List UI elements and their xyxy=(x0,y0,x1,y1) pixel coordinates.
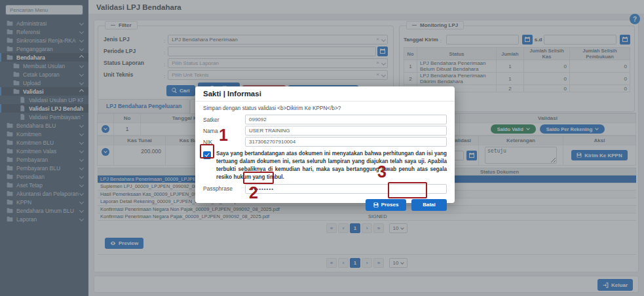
batal-button-label: Batal xyxy=(423,202,436,208)
satker-input[interactable] xyxy=(245,115,447,124)
satker-label: Satker xyxy=(203,117,245,123)
proses-button[interactable]: Proses xyxy=(366,199,406,211)
agreement-checkbox[interactable] xyxy=(203,151,211,159)
modal-title: Sakti | Informasi xyxy=(203,90,447,98)
batal-button[interactable]: Batal xyxy=(411,199,447,211)
nik-input[interactable] xyxy=(245,137,447,147)
nik-label: NIK xyxy=(203,139,245,145)
modal-dialog: Sakti | Informasi Simpan dengan status v… xyxy=(195,86,455,203)
nama-label: Nama xyxy=(203,128,245,134)
app-window: Administrasi Referensi Sinkronisasi Renj… xyxy=(0,0,644,296)
passphrase-label: Passphrase xyxy=(203,185,245,192)
modal-footer: Proses Batal xyxy=(195,195,455,215)
agreement-statement: Saya yang bertandatangan atas dokumen in… xyxy=(216,150,447,181)
modal-prompt: Simpan dengan status validasi <b>Dikirim… xyxy=(203,105,447,111)
nama-input[interactable] xyxy=(245,126,447,136)
passphrase-input[interactable] xyxy=(245,184,447,194)
proses-button-label: Proses xyxy=(381,202,399,208)
modal-body: Simpan dengan status validasi <b>Dikirim… xyxy=(195,102,455,194)
modal-header: Sakti | Informasi xyxy=(195,86,455,102)
